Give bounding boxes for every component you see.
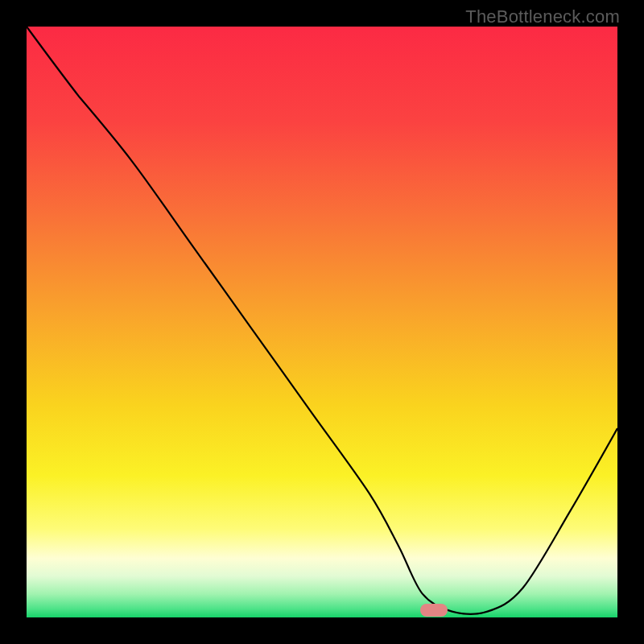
optimal-marker [420,604,448,617]
chart-frame: TheBottleneck.com [0,0,644,644]
curve-path [27,27,617,614]
watermark-text: TheBottleneck.com [465,6,620,27]
bottleneck-curve [27,27,617,617]
